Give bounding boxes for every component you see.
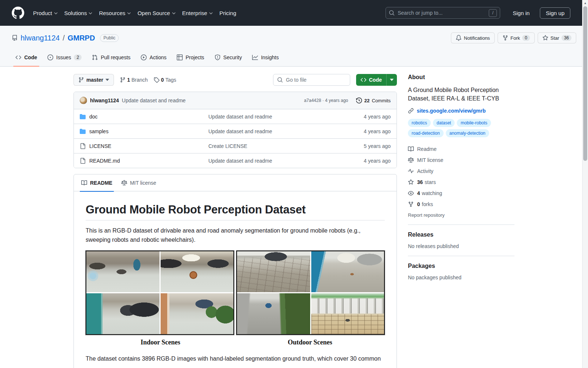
repo-website-link[interactable]: sites.google.com/view/gmrb bbox=[417, 108, 486, 114]
file-link[interactable]: samples bbox=[89, 128, 108, 134]
repo-meta-links: Readme MIT license Activity 36 stars 4 w… bbox=[408, 144, 514, 209]
indoor-photo-3 bbox=[86, 293, 159, 334]
forks-link[interactable]: 0 forks bbox=[408, 199, 514, 209]
file-link[interactable]: LICENSE bbox=[89, 143, 111, 149]
nav-item-product[interactable]: Product bbox=[33, 10, 58, 16]
fork-label: Fork bbox=[510, 35, 520, 41]
repo-description: A Ground Mobile Robot Perception Dataset… bbox=[408, 86, 514, 103]
nav-item-pricing[interactable]: Pricing bbox=[219, 10, 236, 16]
readme-link-label: Readme bbox=[417, 146, 437, 152]
file-commit-message[interactable]: Update dataset and readme bbox=[208, 114, 364, 120]
breadcrumb-separator: / bbox=[62, 34, 65, 42]
commit-time: 4 years ago bbox=[325, 98, 348, 103]
tab-actions[interactable]: Actions bbox=[137, 49, 170, 66]
divider bbox=[408, 224, 514, 225]
github-logo-icon[interactable] bbox=[12, 7, 24, 19]
fork-button[interactable]: Fork 0 bbox=[498, 32, 535, 43]
visibility-badge: Public bbox=[100, 34, 119, 42]
branch-selector[interactable]: master bbox=[74, 74, 114, 86]
commit-message-link[interactable]: Update dataset and readme bbox=[122, 98, 301, 103]
commit-count-label: Commits bbox=[372, 98, 391, 103]
topic-robotics[interactable]: robotics bbox=[408, 119, 431, 127]
nav-label: Resources bbox=[99, 10, 125, 16]
packages-empty-text: No packages published bbox=[408, 275, 514, 280]
tab-readme[interactable]: README bbox=[77, 174, 117, 191]
report-repository-link[interactable]: Report repository bbox=[408, 212, 445, 218]
nav-item-resources[interactable]: Resources bbox=[99, 10, 131, 16]
star-count: 36 bbox=[562, 35, 571, 41]
repo-owner-link[interactable]: hlwang1124 bbox=[21, 34, 60, 42]
readme-panel: README MIT license Ground Mobile Robot P… bbox=[74, 174, 397, 368]
file-link[interactable]: doc bbox=[89, 114, 98, 120]
code-download-button[interactable]: Code bbox=[356, 74, 397, 86]
stars-link[interactable]: 36 stars bbox=[408, 177, 514, 187]
watching-link[interactable]: 4 watching bbox=[408, 188, 514, 198]
tab-security[interactable]: Security bbox=[211, 49, 246, 66]
file-commit-message[interactable]: Create LICENSE bbox=[208, 143, 364, 149]
star-label: Star bbox=[551, 35, 559, 41]
tab-label: Pull requests bbox=[101, 54, 130, 60]
commit-hash-link[interactable]: a7a4428 bbox=[304, 98, 321, 103]
star-button[interactable]: Star 36 bbox=[538, 32, 576, 43]
page-scrollbar[interactable]: ▲ bbox=[582, 0, 588, 368]
tab-issues[interactable]: Issues 2 bbox=[44, 49, 85, 66]
issues-count: 2 bbox=[74, 54, 82, 60]
outdoor-scenes-image[interactable] bbox=[236, 251, 385, 335]
global-search[interactable]: / bbox=[386, 7, 500, 19]
sign-up-button[interactable]: Sign up bbox=[540, 7, 570, 19]
repo-name-link[interactable]: GMRPD bbox=[68, 34, 95, 42]
repo-actions: Notifications Fork 0 Star 36 bbox=[451, 32, 576, 43]
nav-label: Open Source bbox=[137, 10, 170, 16]
table-row: README.md Update dataset and readme 4 ye… bbox=[74, 153, 397, 168]
indoor-photo-2 bbox=[161, 251, 234, 292]
commit-meta-dot: · bbox=[322, 98, 324, 103]
avatar[interactable] bbox=[80, 97, 87, 104]
nav-label: Pricing bbox=[219, 10, 236, 16]
chevron-down-icon bbox=[89, 12, 92, 15]
code-dropdown-caret[interactable] bbox=[386, 74, 397, 86]
releases-empty-text: No releases published bbox=[408, 243, 514, 249]
nav-item-enterprise[interactable]: Enterprise bbox=[182, 10, 213, 16]
indoor-caption: Indoor Scenes bbox=[86, 339, 235, 346]
topic-dataset[interactable]: dataset bbox=[433, 119, 455, 127]
indoor-scenes-image[interactable] bbox=[86, 251, 234, 335]
commit-author-link[interactable]: hlwang1124 bbox=[90, 98, 119, 103]
file-commit-message[interactable]: Update dataset and readme bbox=[208, 158, 364, 164]
commit-history-link[interactable]: 22 Commits bbox=[356, 98, 391, 103]
branches-link[interactable]: 1 Branch bbox=[120, 77, 148, 83]
tags-link[interactable]: 0 Tags bbox=[154, 77, 176, 83]
readme-link[interactable]: Readme bbox=[408, 144, 514, 154]
scrollbar-thumb[interactable] bbox=[583, 6, 587, 161]
indoor-photo-1 bbox=[86, 251, 159, 292]
activity-link[interactable]: Activity bbox=[408, 166, 514, 176]
outdoor-photo-4 bbox=[311, 293, 384, 334]
file-commit-message[interactable]: Update dataset and readme bbox=[208, 128, 364, 134]
tab-projects[interactable]: Projects bbox=[173, 49, 208, 66]
watching-label: watching bbox=[422, 190, 442, 196]
goto-file-search[interactable] bbox=[273, 74, 350, 86]
scrollbar-up-arrow[interactable]: ▲ bbox=[582, 0, 588, 6]
branch-icon bbox=[78, 77, 84, 83]
packages-heading: Packages bbox=[408, 263, 514, 269]
latest-commit-bar: hlwang1124 Update dataset and readme a7a… bbox=[74, 92, 397, 109]
nav-item-open-source[interactable]: Open Source bbox=[137, 10, 175, 16]
main-nav: Product Solutions Resources Open Source … bbox=[33, 10, 377, 16]
nav-item-solutions[interactable]: Solutions bbox=[64, 10, 93, 16]
code-button-label: Code bbox=[369, 77, 382, 83]
license-link[interactable]: MIT license bbox=[408, 155, 514, 165]
stars-label: stars bbox=[425, 179, 436, 185]
tab-mit-license[interactable]: MIT license bbox=[117, 174, 161, 191]
search-input[interactable] bbox=[398, 10, 486, 16]
outdoor-photo-2 bbox=[311, 251, 384, 292]
tab-code[interactable]: Code bbox=[12, 49, 41, 66]
tab-insights[interactable]: Insights bbox=[248, 49, 282, 66]
topic-mobile-robots[interactable]: mobile-robots bbox=[457, 119, 491, 127]
topic-anomaly-detection[interactable]: anomaly-detection bbox=[446, 129, 489, 137]
goto-file-input[interactable] bbox=[286, 77, 346, 83]
tab-pull-requests[interactable]: Pull requests bbox=[88, 49, 134, 66]
sign-in-link[interactable]: Sign in bbox=[513, 10, 530, 16]
file-link[interactable]: README.md bbox=[89, 158, 120, 164]
folder-icon bbox=[80, 128, 86, 134]
notifications-button[interactable]: Notifications bbox=[451, 32, 495, 43]
topic-road-detection[interactable]: road-detection bbox=[408, 129, 444, 137]
